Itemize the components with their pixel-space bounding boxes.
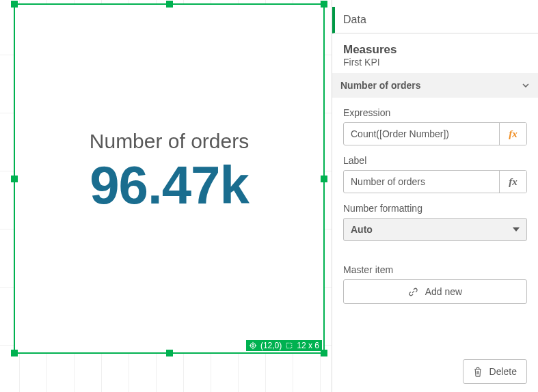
tab-label: Data — [343, 14, 366, 25]
number-formatting-value: Auto — [351, 224, 373, 235]
label-input[interactable] — [344, 171, 499, 193]
chevron-down-icon — [522, 81, 530, 89]
link-icon — [408, 287, 418, 297]
canvas-area: Number of orders 96.47k (12,0) 12 x 6 — [0, 0, 332, 392]
expression-fx-button[interactable]: fx — [499, 123, 526, 145]
kpi-object[interactable]: Number of orders 96.47k (12,0) 12 x 6 — [14, 3, 325, 354]
expression-field-row: fx — [343, 122, 527, 145]
object-info-badge: (12,0) 12 x 6 — [246, 340, 322, 351]
svg-rect-6 — [287, 343, 293, 348]
resize-handle-tl[interactable] — [11, 1, 18, 8]
properties-panel: Data Measures First KPI Number of orders… — [332, 0, 538, 392]
delete-row: Delete — [332, 351, 538, 392]
first-kpi-label: First KPI — [343, 57, 527, 68]
measures-heading: Measures — [343, 43, 527, 57]
tab-data[interactable]: Data — [332, 7, 538, 33]
resize-handle-ml[interactable] — [11, 176, 18, 182]
fx-icon: fx — [509, 176, 517, 188]
expression-label: Expression — [343, 107, 527, 118]
object-position: (12,0) — [260, 341, 282, 350]
number-formatting-label: Number formatting — [343, 203, 527, 214]
label-field-row: fx — [343, 170, 527, 193]
expression-input[interactable] — [344, 123, 499, 145]
fx-icon: fx — [509, 128, 517, 140]
target-icon — [249, 341, 257, 350]
kpi-value: 96.47k — [15, 154, 323, 216]
number-formatting-select[interactable]: Auto — [343, 218, 527, 241]
add-new-button[interactable]: Add new — [343, 279, 527, 304]
measure-accordion-header[interactable]: Number of orders — [332, 73, 538, 98]
add-new-label: Add new — [425, 286, 462, 297]
measure-name: Number of orders — [340, 80, 420, 91]
resize-handle-bm[interactable] — [166, 350, 173, 356]
resize-handle-mr[interactable] — [321, 176, 327, 182]
trash-icon — [473, 367, 483, 377]
kpi-title: Number of orders — [15, 130, 323, 153]
size-icon — [285, 341, 293, 350]
label-fx-button[interactable]: fx — [499, 171, 526, 193]
delete-button[interactable]: Delete — [463, 359, 527, 384]
object-size: 12 x 6 — [297, 341, 319, 350]
dropdown-triangle-icon — [513, 227, 520, 232]
master-item-label: Master item — [343, 264, 527, 275]
panel-body: Measures First KPI Number of orders Expr… — [332, 33, 538, 351]
resize-handle-tr[interactable] — [321, 1, 327, 8]
label-label: Label — [343, 155, 527, 166]
resize-handle-bl[interactable] — [11, 350, 18, 356]
resize-handle-tm[interactable] — [166, 1, 173, 8]
delete-label: Delete — [489, 366, 517, 377]
svg-point-1 — [252, 345, 254, 347]
svg-point-0 — [250, 343, 256, 348]
